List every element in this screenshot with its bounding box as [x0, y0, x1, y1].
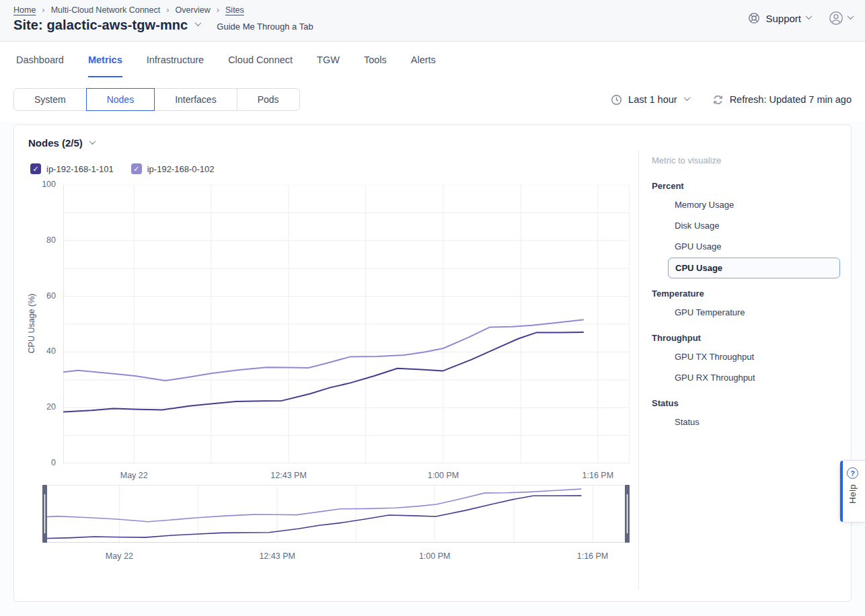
legend-label: ip-192-168-1-101: [46, 164, 114, 174]
account-menu[interactable]: [829, 11, 853, 26]
y-tick-20: 20: [29, 402, 56, 412]
question-circle-icon: ?: [847, 467, 858, 479]
controls-right: Last 1 hour Refresh: Updated 7 min ago: [611, 88, 852, 111]
brush-x-tick-1-00-pm: 1:00 PM: [401, 551, 468, 561]
y-tick-40: 40: [29, 346, 56, 356]
tab-tools[interactable]: Tools: [364, 42, 387, 77]
y-tick-100: 100: [29, 180, 56, 189]
help-label: Help: [848, 484, 858, 504]
x-tick-1-16-pm: 1:16 PM: [564, 471, 632, 480]
clock-icon: [611, 94, 622, 106]
lifebuoy-icon: [748, 12, 760, 24]
refresh-button[interactable]: Refresh: Updated 7 min ago: [712, 94, 852, 106]
metric-group-throughput: ThroughputGPU TX ThroughputGPU RX Throug…: [652, 332, 841, 388]
metric-option-gpu-rx-throughput[interactable]: GPU RX Throughput: [652, 367, 841, 388]
brush-x-tick-1-16-pm: 1:16 PM: [559, 551, 626, 561]
metric-option-disk-usage[interactable]: Disk Usage: [652, 215, 841, 236]
metric-option-gpu-usage[interactable]: GPU Usage: [652, 236, 841, 257]
metric-group-temperature: TemperatureGPU Temperature: [652, 287, 841, 323]
subtab-system[interactable]: System: [13, 88, 87, 111]
panel-title-row[interactable]: Nodes (2/5): [28, 137, 95, 149]
x-tick-may-22: May 22: [100, 471, 167, 480]
metric-sidebar: Metric to visualize PercentMemory UsageD…: [652, 155, 841, 441]
metric-group-percent: PercentMemory UsageDisk UsageGPU UsageCP…: [652, 180, 841, 278]
site-selector-chevron-down-icon[interactable]: [195, 20, 202, 26]
metric-group-label-status: Status: [652, 397, 841, 412]
metric-group-label-temperature: Temperature: [652, 287, 841, 302]
chevron-down-icon: [683, 94, 690, 101]
x-tick-12-43-pm: 12:43 PM: [255, 471, 322, 480]
breadcrumb-item-multi-cloud-network-connect[interactable]: Multi-Cloud Network Connect: [51, 5, 161, 15]
brush-series-line-ip-192-168-0-102: [42, 489, 581, 522]
tab-cloud-connect[interactable]: Cloud Connect: [228, 42, 293, 77]
user-avatar-icon: [829, 11, 843, 26]
support-label: Support: [765, 13, 801, 24]
nodes-panel: Nodes (2/5) ✓ip-192-168-1-101✓ip-192-168…: [13, 124, 852, 602]
chevron-right-icon: ›: [217, 5, 219, 15]
sidebar-divider: [638, 151, 639, 589]
page-title: Site: galactic-aws-tgw-mnc: [13, 17, 188, 33]
subtab-nodes[interactable]: Nodes: [86, 88, 155, 111]
metric-groups: PercentMemory UsageDisk UsageGPU UsageCP…: [652, 180, 841, 432]
tab-dashboard[interactable]: Dashboard: [16, 42, 64, 77]
header-actions: Support: [748, 11, 853, 26]
refresh-icon: [712, 94, 724, 106]
cpu-usage-line-chart[interactable]: [63, 185, 630, 463]
metric-option-gpu-temperature[interactable]: GPU Temperature: [652, 302, 841, 323]
metric-group-label-percent: Percent: [652, 180, 841, 194]
series-line-ip-192-168-1-101: [63, 332, 583, 412]
breadcrumb: Home›Multi-Cloud Network Connect›Overvie…: [13, 5, 244, 15]
brush-x-tick-may-22: May 22: [85, 551, 153, 561]
series-line-ip-192-168-0-102: [63, 319, 583, 381]
metric-option-gpu-tx-throughput[interactable]: GPU TX Throughput: [652, 346, 841, 367]
checkbox-checked-icon[interactable]: ✓: [30, 163, 41, 174]
checkbox-checked-icon[interactable]: ✓: [131, 163, 142, 174]
y-tick-0: 0: [29, 458, 56, 467]
tab-infrastructure[interactable]: Infrastructure: [147, 42, 204, 77]
support-menu[interactable]: Support: [748, 12, 811, 24]
metric-group-label-throughput: Throughput: [652, 332, 841, 346]
refresh-status: Refresh: Updated 7 min ago: [730, 94, 852, 105]
brush-overview-chart[interactable]: [42, 485, 630, 543]
breadcrumb-item-home[interactable]: Home: [13, 5, 36, 15]
chevron-right-icon: ›: [166, 5, 169, 15]
metric-option-memory-usage[interactable]: Memory Usage: [652, 194, 841, 215]
metric-option-cpu-usage[interactable]: CPU Usage: [668, 258, 840, 278]
y-axis-label: CPU Usage (%): [27, 294, 36, 354]
chevron-down-icon: [806, 13, 813, 20]
tab-bar: DashboardMetricsInfrastructureCloud Conn…: [0, 42, 865, 77]
checkmark-icon: ✓: [133, 165, 139, 173]
legend-item-ip-192-168-1-101[interactable]: ✓ip-192-168-1-101: [30, 163, 114, 174]
tab-metrics[interactable]: Metrics: [88, 42, 122, 77]
time-range-value: Last 1 hour: [628, 94, 677, 105]
controls-row: SystemNodesInterfacesPods Last 1 hour Re…: [0, 77, 865, 122]
subtab-interfaces[interactable]: Interfaces: [154, 88, 237, 111]
help-button[interactable]: ? Help: [839, 460, 865, 523]
page-header: Home›Multi-Cloud Network Connect›Overvie…: [0, 0, 865, 42]
chevron-down-icon: [89, 138, 96, 145]
legend-item-ip-192-168-0-102[interactable]: ✓ip-192-168-0-102: [131, 163, 215, 174]
checkmark-icon: ✓: [32, 165, 38, 173]
site-title-row: Site: galactic-aws-tgw-mnc Guide Me Thro…: [13, 17, 313, 33]
subtab-group: SystemNodesInterfacesPods: [13, 88, 300, 111]
chevron-down-icon: [848, 13, 854, 20]
panel-title: Nodes (2/5): [28, 137, 83, 149]
tab-alerts[interactable]: Alerts: [411, 42, 436, 77]
metric-group-status: StatusStatus: [652, 397, 841, 432]
brush-x-tick-12-43-pm: 12:43 PM: [243, 551, 311, 561]
y-tick-60: 60: [29, 291, 56, 301]
x-tick-1-00-pm: 1:00 PM: [410, 471, 477, 480]
time-range-selector[interactable]: Last 1 hour: [611, 94, 689, 106]
brush-handle-right[interactable]: [625, 485, 630, 543]
breadcrumb-item-overview[interactable]: Overview: [176, 5, 211, 15]
brush-handle-left[interactable]: [42, 485, 47, 543]
chevron-right-icon: ›: [42, 5, 44, 15]
breadcrumb-item-sites[interactable]: Sites: [225, 5, 244, 15]
guide-me-link[interactable]: Guide Me Through a Tab: [217, 22, 313, 32]
metric-sidebar-title: Metric to visualize: [652, 155, 841, 165]
subtab-pods[interactable]: Pods: [237, 88, 300, 111]
metric-option-status[interactable]: Status: [652, 412, 841, 432]
tab-tgw[interactable]: TGW: [317, 42, 340, 77]
brush-series-line-ip-192-168-1-101: [42, 496, 581, 539]
y-tick-80: 80: [29, 235, 56, 245]
